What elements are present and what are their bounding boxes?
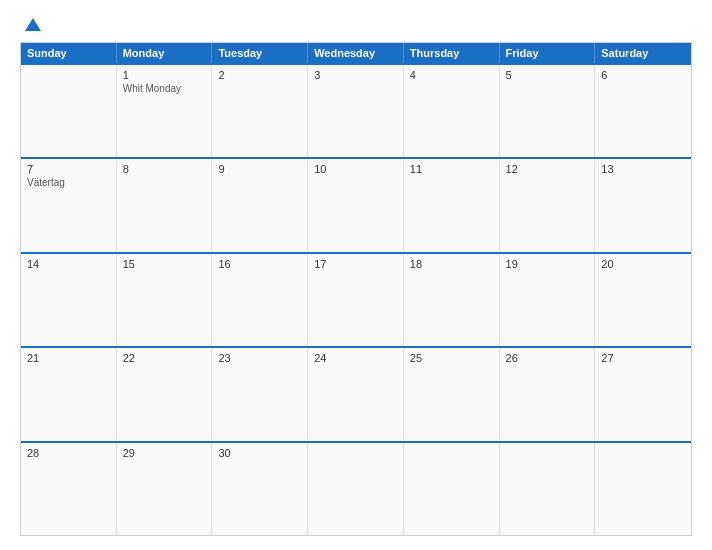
day-number: 18 — [410, 258, 493, 270]
cal-cell — [500, 443, 596, 535]
cal-cell: 18 — [404, 254, 500, 346]
cal-cell: 10 — [308, 159, 404, 251]
cal-cell: 30 — [212, 443, 308, 535]
calendar-week-4: 21222324252627 — [21, 346, 691, 440]
day-number: 4 — [410, 69, 493, 81]
day-number: 13 — [601, 163, 685, 175]
header-day-monday: Monday — [117, 43, 213, 63]
day-number: 28 — [27, 447, 110, 459]
cal-cell: 3 — [308, 65, 404, 157]
cal-cell — [404, 443, 500, 535]
calendar-week-2: 7Vätertag8910111213 — [21, 157, 691, 251]
day-number: 27 — [601, 352, 685, 364]
cal-cell: 15 — [117, 254, 213, 346]
cal-cell: 1Whit Monday — [117, 65, 213, 157]
day-number: 20 — [601, 258, 685, 270]
cal-cell: 23 — [212, 348, 308, 440]
cal-cell: 25 — [404, 348, 500, 440]
day-number: 26 — [506, 352, 589, 364]
cal-cell: 14 — [21, 254, 117, 346]
day-event: Vätertag — [27, 177, 110, 188]
cal-cell: 17 — [308, 254, 404, 346]
day-number: 8 — [123, 163, 206, 175]
day-number: 2 — [218, 69, 301, 81]
cal-cell: 9 — [212, 159, 308, 251]
cal-cell: 21 — [21, 348, 117, 440]
day-number: 21 — [27, 352, 110, 364]
cal-cell: 11 — [404, 159, 500, 251]
cal-cell — [308, 443, 404, 535]
cal-cell: 29 — [117, 443, 213, 535]
day-number: 6 — [601, 69, 685, 81]
day-event: Whit Monday — [123, 83, 206, 94]
calendar-week-3: 14151617181920 — [21, 252, 691, 346]
cal-cell: 26 — [500, 348, 596, 440]
day-number: 9 — [218, 163, 301, 175]
day-number: 19 — [506, 258, 589, 270]
day-number: 24 — [314, 352, 397, 364]
header-day-friday: Friday — [500, 43, 596, 63]
calendar: SundayMondayTuesdayWednesdayThursdayFrid… — [20, 42, 692, 536]
cal-cell: 8 — [117, 159, 213, 251]
cal-cell — [595, 443, 691, 535]
cal-cell: 2 — [212, 65, 308, 157]
day-number: 7 — [27, 163, 110, 175]
header — [20, 18, 692, 32]
cal-cell: 5 — [500, 65, 596, 157]
cal-cell: 6 — [595, 65, 691, 157]
day-number: 11 — [410, 163, 493, 175]
cal-cell: 27 — [595, 348, 691, 440]
calendar-header: SundayMondayTuesdayWednesdayThursdayFrid… — [21, 43, 691, 63]
cal-cell: 28 — [21, 443, 117, 535]
day-number: 15 — [123, 258, 206, 270]
calendar-body: 1Whit Monday234567Vätertag89101112131415… — [21, 63, 691, 535]
cal-cell: 16 — [212, 254, 308, 346]
day-number: 22 — [123, 352, 206, 364]
cal-cell: 24 — [308, 348, 404, 440]
day-number: 1 — [123, 69, 206, 81]
cal-cell: 19 — [500, 254, 596, 346]
header-day-wednesday: Wednesday — [308, 43, 404, 63]
day-number: 17 — [314, 258, 397, 270]
day-number: 12 — [506, 163, 589, 175]
day-number: 3 — [314, 69, 397, 81]
day-number: 14 — [27, 258, 110, 270]
header-day-tuesday: Tuesday — [212, 43, 308, 63]
cal-cell: 13 — [595, 159, 691, 251]
cal-cell: 7Vätertag — [21, 159, 117, 251]
cal-cell: 4 — [404, 65, 500, 157]
logo-triangle-icon — [25, 18, 41, 31]
day-number: 10 — [314, 163, 397, 175]
calendar-week-1: 1Whit Monday23456 — [21, 63, 691, 157]
header-day-saturday: Saturday — [595, 43, 691, 63]
page: SundayMondayTuesdayWednesdayThursdayFrid… — [0, 0, 712, 550]
day-number: 30 — [218, 447, 301, 459]
day-number: 16 — [218, 258, 301, 270]
cal-cell — [21, 65, 117, 157]
day-number: 25 — [410, 352, 493, 364]
cal-cell: 20 — [595, 254, 691, 346]
day-number: 5 — [506, 69, 589, 81]
day-number: 29 — [123, 447, 206, 459]
header-day-sunday: Sunday — [21, 43, 117, 63]
cal-cell: 12 — [500, 159, 596, 251]
day-number: 23 — [218, 352, 301, 364]
header-day-thursday: Thursday — [404, 43, 500, 63]
logo — [20, 18, 41, 32]
cal-cell: 22 — [117, 348, 213, 440]
calendar-week-5: 282930 — [21, 441, 691, 535]
